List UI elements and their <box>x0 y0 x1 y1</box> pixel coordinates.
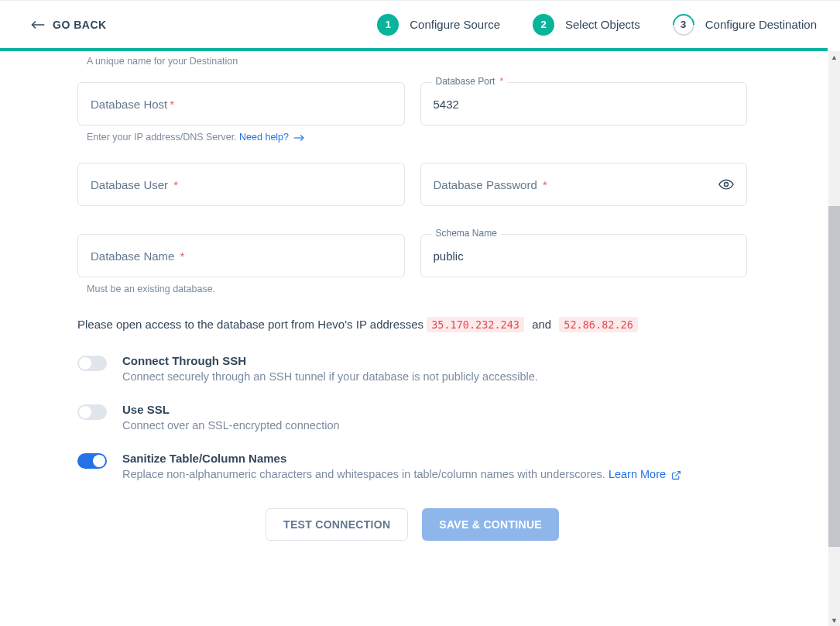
ssh-toggle-desc: Connect securely through an SSH tunnel i… <box>122 370 747 383</box>
schema-name-label: Schema Name <box>432 228 501 239</box>
go-back-button[interactable]: GO BACK <box>31 19 107 31</box>
sanitize-toggle-desc: Replace non-alphanumeric characters and … <box>122 468 747 480</box>
database-name-label: Database Name * <box>91 249 184 263</box>
sanitize-toggle-title: Sanitize Table/Column Names <box>122 452 747 465</box>
ssh-toggle[interactable] <box>77 356 107 371</box>
content-wrapper: A unique name for your Destination Datab… <box>0 51 840 626</box>
step-select-objects[interactable]: 2 Select Objects <box>533 14 640 36</box>
top-bar: GO BACK 1 Configure Source 2 Select Obje… <box>0 0 840 48</box>
ip-access-note: Please open access to the database port … <box>77 318 747 331</box>
database-host-input[interactable]: Database Host* <box>77 82 405 126</box>
arrow-left-icon <box>31 19 45 30</box>
external-link-icon <box>671 470 681 480</box>
save-continue-button[interactable]: SAVE & CONTINUE <box>422 508 559 541</box>
go-back-label: GO BACK <box>53 19 107 31</box>
svg-point-2 <box>725 183 729 187</box>
scrollbar-up-icon[interactable]: ▲ <box>828 51 840 63</box>
step-number-1: 1 <box>377 14 399 36</box>
toggle-row-ssl: Use SSL Connect over an SSL-encrypted co… <box>77 403 747 432</box>
toggle-row-sanitize: Sanitize Table/Column Names Replace non-… <box>77 452 747 480</box>
step-number-2: 2 <box>533 14 554 36</box>
schema-name-input[interactable]: Schema Name public <box>420 234 748 277</box>
step-label-3: Configure Destination <box>705 18 817 31</box>
form-actions: TEST CONNECTION SAVE & CONTINUE <box>77 508 747 541</box>
arrow-right-icon <box>293 134 304 142</box>
ip-chip-2: 52.86.82.26 <box>559 317 637 332</box>
database-port-label: Database Port * <box>432 76 508 87</box>
database-host-helper: Enter your IP address/DNS Server. Need h… <box>87 132 405 143</box>
toggle-row-ssh: Connect Through SSH Connect securely thr… <box>77 354 747 383</box>
eye-icon[interactable] <box>718 177 734 192</box>
sanitize-toggle[interactable] <box>77 453 107 469</box>
svg-line-3 <box>675 471 680 476</box>
wizard-steps: 1 Configure Source 2 Select Objects 3 Co… <box>377 14 817 36</box>
database-password-input[interactable]: Database Password * <box>420 163 748 206</box>
scrollbar-down-icon[interactable]: ▼ <box>828 614 840 626</box>
step-label-2: Select Objects <box>565 18 640 31</box>
database-port-value: 5432 <box>434 98 459 111</box>
step-configure-destination[interactable]: 3 Configure Destination <box>673 14 817 36</box>
step-label-1: Configure Source <box>410 18 500 31</box>
ssh-toggle-title: Connect Through SSH <box>122 354 747 367</box>
database-user-label: Database User * <box>91 178 178 191</box>
ssl-toggle-title: Use SSL <box>122 403 747 416</box>
ip-chip-1: 35.170.232.243 <box>427 317 524 332</box>
destination-hint: A unique name for your Destination <box>87 56 747 67</box>
database-name-input[interactable]: Database Name * <box>77 234 405 277</box>
scrollbar-thumb[interactable] <box>828 206 840 547</box>
learn-more-link[interactable]: Learn More <box>609 468 666 480</box>
database-user-input[interactable]: Database User * <box>77 163 405 206</box>
database-port-input[interactable]: Database Port * 5432 <box>420 82 748 126</box>
ssl-toggle-desc: Connect over an SSL-encrypted connection <box>122 419 747 432</box>
step-configure-source[interactable]: 1 Configure Source <box>377 14 500 36</box>
database-host-label: Database Host* <box>91 98 174 111</box>
need-help-link[interactable]: Need help? <box>239 132 289 143</box>
form-content: A unique name for your Destination Datab… <box>0 51 840 626</box>
ssl-toggle[interactable] <box>77 404 107 420</box>
database-password-label: Database Password * <box>434 178 547 191</box>
schema-name-value: public <box>434 249 464 263</box>
database-name-helper: Must be an existing database. <box>87 284 405 294</box>
step-number-3: 3 <box>673 14 694 36</box>
test-connection-button[interactable]: TEST CONNECTION <box>266 508 408 541</box>
